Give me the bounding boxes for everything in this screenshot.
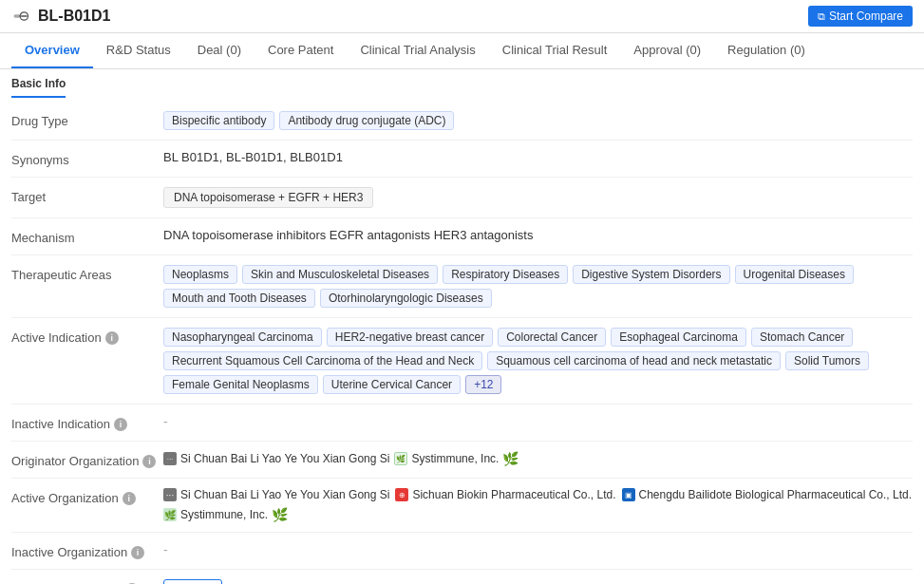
- mechanism-value: DNA topoisomerase inhibitors EGFR antago…: [163, 228, 913, 242]
- originator-org-value: ··· Si Chuan Bai Li Yao Ye You Xian Gong…: [163, 451, 913, 466]
- start-compare-button[interactable]: ⧉ Start Compare: [808, 6, 913, 27]
- tag-uterine: Uterine Cervical Cancer: [323, 375, 461, 394]
- drug-highest-phase-value: Phase 3: [163, 579, 913, 584]
- tag-solid-tumors: Solid Tumors: [785, 351, 869, 370]
- drug-type-label: Drug Type: [11, 111, 163, 128]
- active-org-label: Active Organization i: [11, 488, 163, 505]
- tag-squamous-neck: Squamous cell carcinoma of head and neck…: [487, 351, 781, 370]
- active-indication-value: Nasopharyngeal Carcinoma HER2-negative b…: [163, 328, 913, 394]
- tab-clinical-trial-analysis[interactable]: Clinical Trial Analysis: [347, 33, 488, 68]
- org-systimmune-active: 🌿 Systimmune, Inc. 🌿: [163, 507, 913, 522]
- active-org-value: ··· Si Chuan Bai Li Yao Ye You Xian Gong…: [163, 488, 913, 522]
- org-sichuan-bai-li-active: ··· Si Chuan Bai Li Yao Ye You Xian Gong…: [163, 488, 389, 501]
- drug-type-value: Bispecific antibody Antibody drug conjug…: [163, 111, 913, 130]
- therapeutic-areas-label: Therapeutic Areas: [11, 265, 163, 282]
- header-left: BL-B01D1: [11, 7, 110, 26]
- active-indication-label: Active Indication i: [11, 328, 163, 345]
- synonyms-row: Synonyms BL B01D1, BL-B01D1, BLB01D1: [11, 141, 913, 178]
- drug-title: BL-B01D1: [38, 8, 110, 25]
- tab-overview[interactable]: Overview: [11, 33, 93, 68]
- pill-icon: [11, 7, 30, 26]
- tag-stomach: Stomach Cancer: [751, 328, 853, 347]
- org-sichuan-bai-li: ··· Si Chuan Bai Li Yao Ye You Xian Gong…: [163, 452, 389, 465]
- org-leaf-icon: 🌿: [502, 451, 519, 466]
- nav-tabs: Overview R&D Status Deal (0) Core Patent…: [0, 33, 924, 69]
- tag-colorectal: Colorectal Cancer: [498, 328, 606, 347]
- drug-highest-phase-row: Drug Highest Phase i Phase 3: [11, 570, 913, 584]
- originator-org-label: Originator Organization i: [11, 451, 163, 468]
- tag-adc: Antibody drug conjugate (ADC): [279, 111, 454, 130]
- svg-rect-0: [14, 14, 21, 17]
- tag-female-genital: Female Genital Neoplasms: [163, 375, 318, 394]
- drug-type-row: Drug Type Bispecific antibody Antibody d…: [11, 102, 913, 141]
- org-dot-red: ⊕: [395, 488, 408, 501]
- mechanism-row: Mechanism DNA topoisomerase inhibitors E…: [11, 218, 913, 255]
- org-dot-green: 🌿: [163, 508, 177, 521]
- tag-digestive: Digestive System Disorders: [573, 265, 729, 284]
- tab-regulation[interactable]: Regulation (0): [714, 33, 819, 68]
- org-dot-gray: ···: [163, 452, 177, 465]
- org-dot-gray-active: ···: [163, 488, 177, 501]
- header: BL-B01D1 ⧉ Start Compare: [0, 0, 924, 33]
- tag-bispecific: Bispecific antibody: [163, 111, 274, 130]
- active-indication-row: Active Indication i Nasopharyngeal Carci…: [11, 318, 913, 405]
- therapeutic-areas-row: Therapeutic Areas Neoplasms Skin and Mus…: [11, 255, 913, 318]
- tag-more[interactable]: +12: [465, 375, 501, 394]
- phase-3-badge: Phase 3: [163, 579, 222, 584]
- target-row: Target DNA topoisomerase + EGFR + HER3: [11, 178, 913, 218]
- mechanism-label: Mechanism: [11, 228, 163, 245]
- tab-deal[interactable]: Deal (0): [184, 33, 255, 68]
- tag-skin-musculo: Skin and Musculoskeletal Diseases: [242, 265, 438, 284]
- tab-clinical-trial-result[interactable]: Clinical Trial Result: [489, 33, 621, 68]
- org-leaf-active-icon: 🌿: [272, 507, 288, 522]
- tag-mouth-tooth: Mouth and Tooth Diseases: [163, 289, 315, 308]
- tab-core-patent[interactable]: Core Patent: [255, 33, 347, 68]
- synonyms-label: Synonyms: [11, 150, 163, 167]
- inactive-org-row: Inactive Organization i -: [11, 533, 913, 570]
- active-indication-info-icon[interactable]: i: [105, 331, 119, 345]
- tab-rd-status[interactable]: R&D Status: [93, 33, 184, 68]
- org-biokin: ⊕ Sichuan Biokin Pharmaceutical Co., Ltd…: [395, 488, 615, 501]
- content-area: Basic Info Drug Type Bispecific antibody…: [0, 69, 924, 584]
- therapeutic-areas-value: Neoplasms Skin and Musculoskeletal Disea…: [163, 265, 913, 308]
- tab-approval[interactable]: Approval (0): [620, 33, 714, 68]
- org-bailidote: ▣ Chengdu Bailidote Biological Pharmaceu…: [622, 488, 913, 501]
- active-org-info-icon[interactable]: i: [123, 492, 136, 505]
- tag-respiratory: Respiratory Diseases: [443, 265, 568, 284]
- tag-nasopharyngeal: Nasopharyngeal Carcinoma: [163, 328, 322, 347]
- inactive-indication-value: -: [163, 414, 913, 429]
- mechanism-text: DNA topoisomerase inhibitors EGFR antago…: [163, 228, 533, 242]
- inactive-indication-info-icon[interactable]: i: [114, 418, 127, 431]
- compare-icon: ⧉: [818, 10, 825, 23]
- basic-info-header: Basic Info: [11, 69, 66, 98]
- inactive-org-dash: -: [163, 542, 168, 557]
- tag-neoplasms: Neoplasms: [163, 265, 237, 284]
- org-dot-blue: ▣: [622, 488, 635, 501]
- inactive-org-value: -: [163, 542, 913, 557]
- active-org-row: Active Organization i ··· Si Chuan Bai L…: [11, 479, 913, 533]
- inactive-indication-row: Inactive Indication i -: [11, 405, 913, 442]
- synonyms-value: BL B01D1, BL-B01D1, BLB01D1: [163, 150, 913, 164]
- target-value: DNA topoisomerase + EGFR + HER3: [163, 187, 913, 208]
- tag-her2-breast: HER2-negative breast cancer: [327, 328, 493, 347]
- tag-esophageal: Esophageal Carcinoma: [611, 328, 746, 347]
- inactive-org-label: Inactive Organization i: [11, 542, 163, 559]
- target-box[interactable]: DNA topoisomerase + EGFR + HER3: [163, 187, 373, 208]
- tag-urogenital: Urogenital Diseases: [735, 265, 854, 284]
- tag-recurrent-squamous: Recurrent Squamous Cell Carcinoma of the…: [163, 351, 482, 370]
- inactive-indication-label: Inactive Indication i: [11, 414, 163, 431]
- tag-otorhin: Otorhinolaryngologic Diseases: [320, 289, 492, 308]
- target-label: Target: [11, 187, 163, 204]
- inactive-org-info-icon[interactable]: i: [131, 546, 144, 559]
- originator-org-info-icon[interactable]: i: [142, 455, 156, 468]
- originator-org-row: Originator Organization i ··· Si Chuan B…: [11, 442, 913, 479]
- inactive-indication-dash: -: [163, 414, 168, 429]
- org-systimmune-orig: 🌿 Systimmune, Inc. 🌿: [394, 451, 519, 466]
- drug-highest-phase-label: Drug Highest Phase i: [11, 579, 163, 584]
- org-dot-leaf: 🌿: [394, 452, 407, 465]
- synonyms-text: BL B01D1, BL-B01D1, BLB01D1: [163, 150, 343, 164]
